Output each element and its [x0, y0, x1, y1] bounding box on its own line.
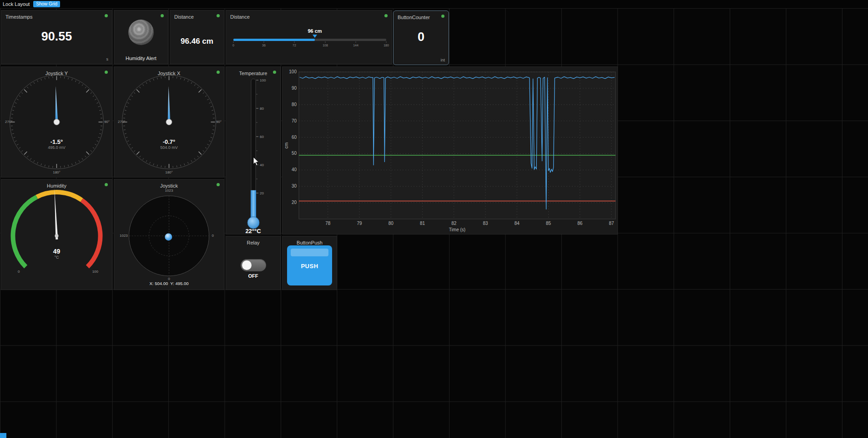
widget-title: Joystick X — [114, 71, 224, 76]
distance-value-widget[interactable]: Distance 96.46 cm — [170, 10, 224, 64]
status-dot-icon — [384, 14, 388, 17]
svg-text:80: 80 — [260, 107, 264, 111]
joystick-x-millivolts: 504.0 mV — [114, 145, 224, 150]
button-counter-unit: int — [440, 58, 445, 62]
button-push-widget[interactable]: ButtonPush PUSH — [282, 236, 337, 290]
widget-title: Joystick — [114, 183, 224, 188]
dial-left-label: 270° — [118, 120, 126, 124]
widget-title: Temperature — [226, 71, 280, 76]
joystick-y-dial — [1, 67, 112, 177]
joystick-x-dial — [114, 67, 224, 177]
distance-slider-widget[interactable]: Distance 96 cm03672108144180 — [226, 10, 392, 64]
humidity-gauge-value: 49 — [1, 248, 112, 255]
svg-text:79: 79 — [357, 221, 362, 226]
relay-toggle[interactable] — [241, 259, 266, 271]
status-dot-icon — [105, 14, 108, 17]
pad-bottom-label: 0 — [114, 277, 224, 281]
status-dot-icon — [105, 183, 108, 186]
distance-chart-widget[interactable]: 203040506070809010078798081828384858687c… — [282, 66, 618, 234]
svg-text:85: 85 — [546, 221, 551, 226]
timestamps-widget[interactable]: Timestamps 90.55 s — [1, 10, 112, 64]
timestamps-unit: s — [106, 57, 109, 61]
widget-title: Joystick Y — [1, 71, 112, 76]
svg-text:40: 40 — [260, 163, 264, 167]
gauge-max-label: 100 — [92, 270, 98, 274]
humidity-alert-widget[interactable]: Humidity Alert — [114, 10, 168, 64]
joystick-pad-widget[interactable]: Joystick 1023 1023 0 0 X: 504.00 Y: 495.… — [114, 179, 224, 290]
status-dot-icon — [217, 71, 220, 74]
dial-left-label: 270° — [5, 120, 13, 124]
dial-right-label: 90° — [104, 120, 110, 124]
svg-text:90: 90 — [292, 86, 297, 91]
svg-text:40: 40 — [292, 167, 297, 172]
distance-value: 96.46 cm — [170, 37, 224, 46]
svg-text:cm: cm — [284, 143, 289, 148]
widget-title: Timestamps — [5, 14, 33, 20]
push-button-gloss — [291, 249, 328, 256]
status-dot-icon — [217, 14, 220, 17]
svg-text:81: 81 — [420, 221, 425, 226]
temperature-thermometer: 10080604020 — [226, 67, 280, 234]
svg-text:82: 82 — [451, 221, 457, 226]
status-dot-icon — [217, 183, 220, 186]
svg-text:87: 87 — [609, 221, 614, 226]
bottom-left-blue-accent — [0, 433, 6, 438]
pad-right-label: 0 — [212, 234, 214, 238]
lock-layout-button[interactable]: Lock Layout — [3, 1, 30, 7]
widget-title: Relay — [226, 240, 280, 245]
show-grid-button[interactable]: Show Grid — [33, 1, 60, 7]
status-dot-icon — [273, 71, 276, 74]
widget-title: ButtonCounter — [398, 15, 430, 20]
gauge-min-label: 0 — [18, 270, 20, 274]
button-counter-widget[interactable]: ButtonCounter 0 int — [393, 10, 449, 65]
toggle-knob — [242, 260, 252, 270]
svg-text:78: 78 — [325, 221, 331, 226]
button-counter-value: 0 — [394, 30, 449, 44]
joystick-xy-readout: X: 504.00 Y: 495.00 — [114, 281, 224, 286]
svg-text:84: 84 — [515, 221, 520, 226]
dial-right-label: 90° — [216, 120, 222, 124]
humidity-gauge-widget[interactable]: Humidity 49 °C 0 100 — [1, 179, 112, 290]
push-button[interactable]: PUSH — [287, 245, 332, 285]
distance-time-chart: 203040506070809010078798081828384858687c… — [283, 67, 617, 234]
svg-text:86: 86 — [577, 221, 583, 226]
temperature-value: 22°°C — [226, 228, 280, 234]
status-dot-icon — [441, 15, 444, 18]
pad-left-label: 1023 — [120, 234, 128, 238]
joystick-y-millivolts: 495.0 mV — [1, 145, 112, 150]
widget-title: Humidity — [1, 183, 112, 188]
push-button-label: PUSH — [287, 263, 332, 270]
svg-text:100: 100 — [260, 78, 266, 82]
distance-slider[interactable]: 96 cm03672108144180 — [226, 10, 392, 64]
joystick-x-value: -0.7° — [114, 138, 224, 145]
svg-text:100: 100 — [289, 69, 297, 74]
status-dot-icon — [161, 14, 164, 17]
svg-text:70: 70 — [292, 118, 297, 123]
svg-text:83: 83 — [483, 221, 488, 226]
timestamps-value: 90.55 — [1, 29, 112, 43]
svg-text:20: 20 — [292, 200, 297, 205]
widget-title: Distance — [230, 14, 250, 20]
joystick-y-value: -1.5° — [1, 138, 112, 145]
svg-text:80: 80 — [389, 221, 394, 226]
humidity-gauge-unit: °C — [1, 255, 112, 260]
relay-widget[interactable]: Relay OFF — [226, 236, 281, 290]
joystick-pad — [114, 179, 224, 290]
mouse-cursor — [253, 157, 260, 167]
svg-text:60: 60 — [260, 135, 264, 139]
joystick-x-widget[interactable]: Joystick X 270° 90° 180° -0.7° 504.0 mV — [114, 66, 224, 178]
joystick-y-widget[interactable]: Joystick Y 270° 90° 180° -1.5° 495.0 mV — [1, 66, 112, 178]
pad-top-label: 1023 — [114, 188, 224, 193]
widget-title: Distance — [174, 14, 194, 20]
widget-title: ButtonPush — [283, 240, 337, 245]
dial-bottom-label: 180° — [114, 170, 224, 174]
svg-text:Time (s): Time (s) — [449, 227, 465, 232]
relay-state: OFF — [226, 273, 280, 279]
svg-text:50: 50 — [292, 151, 297, 156]
temperature-widget[interactable]: Temperature 10080604020 22°°C — [226, 66, 281, 234]
humidity-alert-label: Humidity Alert — [114, 56, 168, 61]
svg-text:30: 30 — [292, 183, 297, 188]
status-dot-icon — [105, 71, 108, 74]
svg-text:20: 20 — [260, 191, 264, 195]
dial-bottom-label: 180° — [1, 170, 112, 174]
